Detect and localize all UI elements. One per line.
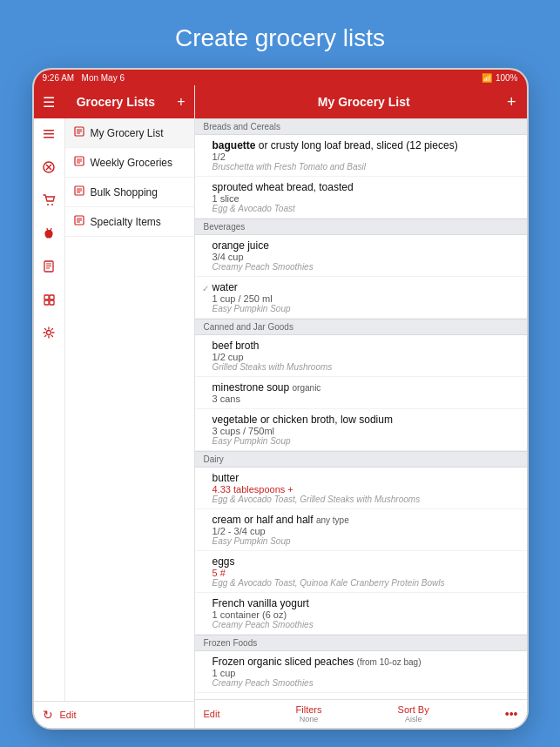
section-frozen-foods: Frozen Foods	[195, 635, 527, 651]
sidebar-item-weekly-groceries[interactable]: Weekly Groceries	[65, 148, 194, 178]
item-recipe: Easy Pumpkin Soup	[213, 436, 518, 446]
section-beverages: Beverages	[195, 219, 527, 235]
svg-rect-15	[50, 300, 54, 305]
list-item[interactable]: sprouted wheat bread, toasted 1 slice Eg…	[195, 177, 527, 219]
list-item[interactable]: French vanilla yogurt 1 container (6 oz)…	[195, 593, 527, 635]
sidebar-menu-button[interactable]: ☰	[43, 94, 55, 111]
item-name: French vanilla yogurt	[213, 597, 518, 609]
item-recipe: Easy Pumpkin Soup	[213, 304, 518, 313]
battery-indicator: 100%	[496, 73, 518, 83]
list-item-icon	[74, 215, 84, 228]
sidebar-icon-apple[interactable]	[38, 223, 59, 244]
item-recipe: Egg & Avocado Toast	[213, 204, 518, 213]
sidebar-edit-button[interactable]: Edit	[60, 710, 77, 720]
list-item[interactable]: orange juice 3/4 cup Creamy Peach Smooth…	[195, 235, 527, 277]
list-item[interactable]: butter 4.33 tablespoons + Egg & Avocado …	[195, 468, 527, 509]
svg-point-7	[51, 204, 53, 205]
item-name: eggs	[213, 555, 518, 568]
list-item[interactable]: vegetable or chicken broth, low sodium 3…	[195, 409, 527, 451]
checkmark-icon: ✓	[202, 284, 209, 293]
main-panel: My Grocery List + Breads and Cereals bag…	[195, 85, 527, 728]
list-item[interactable]: eggs 5 # Egg & Avocado Toast, Quinoa Kal…	[195, 551, 527, 593]
main-add-button[interactable]: +	[507, 93, 516, 111]
sidebar-icon-grid[interactable]	[38, 289, 59, 310]
item-name: water	[213, 281, 518, 293]
svg-point-6	[47, 204, 49, 205]
page-title: Create grocery lists	[0, 24, 560, 52]
sidebar-icon-gear[interactable]	[38, 322, 59, 343]
item-name: sprouted wheat bread, toasted	[213, 181, 518, 193]
list-item[interactable]: Frozen peas	[195, 693, 527, 699]
list-item[interactable]: baguette or crusty long loaf bread, slic…	[195, 135, 527, 177]
sidebar-item-bulk-shopping[interactable]: Bulk Shopping	[65, 178, 194, 207]
sidebar-icon-cancel[interactable]	[38, 157, 59, 178]
sort-sub: Aisle	[405, 715, 422, 723]
section-canned-jar: Canned and Jar Goods	[195, 319, 527, 335]
main-header: My Grocery List +	[195, 85, 527, 118]
sort-button[interactable]: Sort By Aisle	[398, 704, 429, 723]
item-qty: 1 cup / 250 ml	[213, 293, 518, 304]
sidebar-list-item-label: Weekly Groceries	[91, 157, 172, 169]
item-qty: 4.33 tablespoons +	[213, 484, 518, 495]
main-edit-button[interactable]: Edit	[204, 709, 220, 719]
item-name: orange juice	[213, 239, 518, 252]
more-options-button[interactable]: •••	[505, 707, 518, 721]
sidebar-icon-book[interactable]	[38, 256, 59, 277]
item-recipe: Egg & Avocado Toast, Quinoa Kale Cranber…	[213, 578, 518, 588]
item-name: vegetable or chicken broth, low sodium	[213, 414, 518, 426]
sidebar-list-item-label: Specialty Items	[91, 216, 161, 228]
sidebar-lists-area: My Grocery List Weekly Groceries Bulk Sh…	[34, 118, 194, 701]
list-item[interactable]: Frozen organic sliced peaches (from 10-o…	[195, 651, 527, 693]
item-name: cream or half and half any type	[213, 514, 518, 526]
status-bar: 9:26 AM Mon May 6 📶 100%	[34, 70, 527, 85]
item-qty: 3 cans	[213, 394, 518, 404]
sidebar: ☰ Grocery Lists +	[34, 85, 195, 728]
item-name: baguette or crusty long loaf bread, slic…	[213, 139, 518, 151]
sidebar-item-my-grocery-list[interactable]: My Grocery List	[65, 118, 194, 148]
list-item-icon	[74, 126, 84, 139]
item-recipe: Bruschetta with Fresh Tomato and Basil	[213, 162, 518, 172]
sidebar-list: My Grocery List Weekly Groceries Bulk Sh…	[65, 118, 194, 701]
item-qty: 1/2	[213, 151, 518, 162]
grocery-list[interactable]: Breads and Cereals baguette or crusty lo…	[195, 118, 527, 699]
sidebar-icons-column	[34, 118, 65, 701]
list-item[interactable]: minestrone soup organic 3 cans	[195, 377, 527, 409]
item-name: beef broth	[213, 340, 518, 352]
device-frame: 9:26 AM Mon May 6 📶 100% ☰ Grocery Lists…	[32, 68, 529, 730]
wifi-icon: 📶	[482, 73, 492, 83]
list-item-icon	[74, 185, 84, 199]
svg-point-16	[47, 331, 51, 335]
list-item[interactable]: cream or half and half any type 1/2 - 3/…	[195, 509, 527, 551]
item-qty: 1 slice	[213, 193, 518, 204]
item-recipe: Creamy Peach Smoothies	[213, 620, 518, 629]
app-body: ☰ Grocery Lists +	[34, 85, 527, 728]
status-date: Mon May 6	[82, 73, 125, 83]
sidebar-footer: ↻ Edit	[34, 701, 194, 728]
item-qty: 1/2 cup	[213, 352, 518, 362]
filters-button[interactable]: Filters None	[296, 704, 322, 723]
main-header-title: My Grocery List	[318, 95, 410, 109]
svg-rect-1	[44, 133, 54, 135]
section-dairy: Dairy	[195, 451, 527, 468]
sidebar-icon-cart[interactable]	[38, 190, 59, 211]
list-item[interactable]: ✓ water 1 cup / 250 ml Easy Pumpkin Soup	[195, 277, 527, 319]
status-time: 9:26 AM	[43, 73, 75, 83]
list-item[interactable]: beef broth 1/2 cup Grilled Steaks with M…	[195, 335, 527, 377]
sidebar-add-button[interactable]: +	[177, 94, 185, 110]
filters-label: Filters	[296, 704, 322, 715]
item-recipe: Easy Pumpkin Soup	[213, 536, 518, 546]
status-right: 📶 100%	[482, 73, 518, 83]
item-qty: 1 cup	[213, 668, 518, 678]
refresh-icon[interactable]: ↻	[43, 708, 53, 722]
item-name: Frozen peas	[213, 697, 518, 699]
svg-rect-0	[44, 130, 54, 131]
item-name: minestrone soup organic	[213, 381, 518, 394]
svg-rect-12	[44, 295, 49, 299]
sidebar-item-specialty-items[interactable]: Specialty Items	[65, 207, 194, 237]
svg-rect-14	[44, 300, 49, 305]
svg-rect-13	[50, 295, 54, 299]
item-qty: 3 cups / 750ml	[213, 426, 518, 436]
sidebar-list-item-label: My Grocery List	[91, 127, 164, 139]
item-recipe: Grilled Steaks with Mushrooms	[213, 362, 518, 372]
sidebar-icon-list[interactable]	[38, 124, 59, 145]
